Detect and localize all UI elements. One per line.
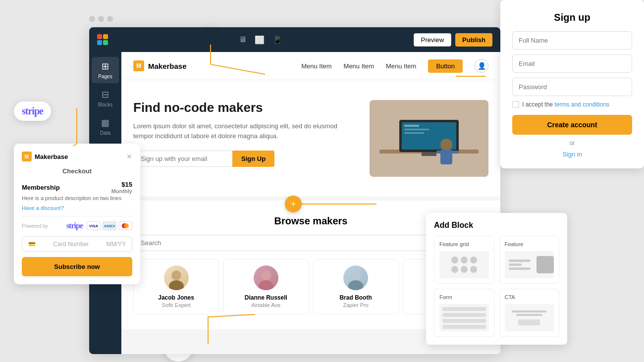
stripe-item-name: Membership	[22, 184, 60, 191]
block-label-cta: CTA	[505, 294, 554, 300]
svg-point-18	[259, 280, 273, 290]
subscribe-button[interactable]: Subscribe now	[22, 257, 132, 276]
sidebar-item-data[interactable]: ▦ Data	[92, 113, 119, 140]
block-preview-form	[439, 304, 489, 331]
block-label-feature: Feature	[505, 241, 554, 247]
stripe-close-button[interactable]: ✕	[126, 153, 132, 160]
maker-avatar-jacob	[164, 265, 189, 290]
hero-email-input[interactable]	[133, 151, 232, 167]
password-field[interactable]	[512, 78, 632, 96]
block-feature[interactable]: Feature	[499, 236, 560, 284]
block-grid: Feature grid Feature	[434, 236, 559, 337]
signin-link[interactable]: Sign in	[512, 151, 632, 158]
cta-line-1	[512, 310, 546, 312]
card-number-placeholder: Card Number	[53, 241, 89, 248]
stripe-divider	[22, 216, 132, 216]
stripe-discount-link[interactable]: Have a discount?	[22, 205, 132, 211]
sidebar-item-pages[interactable]: ⊞ Pages	[92, 57, 119, 83]
maker-card-dianne[interactable]: Dianne Russell Airtable Ace	[223, 259, 309, 314]
dot-5	[461, 266, 468, 273]
stripe-checkout-panel: M Makerbase ✕ Checkout Membership $15 Mo…	[14, 144, 140, 284]
stripe-brand: M Makerbase	[22, 152, 68, 161]
stripe-item-description: Here is a product description on two lin…	[22, 195, 132, 201]
builder-actions: Preview Publish	[414, 33, 492, 47]
line-2	[509, 263, 522, 266]
create-account-button[interactable]: Create account	[512, 115, 632, 135]
email-field[interactable]	[512, 54, 632, 73]
cta-line-2	[516, 314, 542, 316]
maker-role-dianne: Airtable Ace	[229, 302, 302, 308]
publish-button[interactable]: Publish	[455, 33, 492, 47]
hero-signup-form: Sign Up	[133, 151, 355, 167]
svg-point-24	[124, 223, 129, 228]
maker-name-brad: Brad Booth	[320, 294, 392, 301]
window-dot-1	[89, 16, 95, 22]
block-label-feature-grid: Feature grid	[439, 241, 489, 247]
maker-role-brad: Zapier Pro	[320, 302, 392, 308]
terms-row: I accept the terms and conditions	[512, 101, 632, 108]
sidebar-label-blocks: Blocks	[98, 102, 112, 107]
payment-icons: VISA AMEX	[87, 221, 132, 230]
block-feature-grid[interactable]: Feature grid	[434, 236, 494, 284]
dot-2	[461, 257, 468, 263]
maker-card-jacob[interactable]: Jacob Jones Softr Expert	[133, 259, 219, 314]
stripe-powered-row: Powered by stripe VISA AMEX	[22, 221, 132, 230]
form-line-2	[442, 313, 486, 317]
maker-name-jacob: Jacob Jones	[140, 294, 213, 301]
logo-sq-red	[97, 34, 102, 39]
block-form[interactable]: Form	[434, 289, 494, 337]
svg-rect-9	[404, 129, 429, 130]
dot-4	[451, 266, 458, 273]
signup-title: Sign up	[512, 12, 632, 23]
svg-rect-7	[422, 152, 436, 156]
blocks-icon: ⊟	[102, 89, 109, 100]
dots-grid	[451, 257, 477, 273]
amex-icon: AMEX	[103, 221, 116, 230]
block-cta[interactable]: CTA	[499, 289, 560, 337]
logo-sq-orange	[103, 34, 108, 39]
sidebar-item-blocks[interactable]: ⊟ Blocks	[92, 85, 119, 111]
nav-link-2[interactable]: Menu Item	[344, 62, 374, 70]
nav-user-icon[interactable]: 👤	[475, 59, 488, 73]
data-icon: ▦	[101, 117, 109, 128]
mobile-icon[interactable]: 📱	[272, 35, 282, 45]
svg-point-16	[169, 280, 184, 290]
mastercard-icon	[118, 221, 132, 230]
stripe-item-price: $15	[121, 181, 132, 188]
signup-or-label: or	[512, 140, 632, 147]
nav-link-1[interactable]: Menu Item	[301, 62, 331, 70]
tablet-icon[interactable]: ⬜	[255, 35, 265, 45]
person-desk-illustration	[370, 100, 488, 177]
form-line-4	[442, 325, 486, 329]
stripe-item-header: Membership $15 Monthly	[22, 181, 132, 194]
maker-role-jacob: Softr Expert	[140, 302, 213, 308]
svg-point-15	[171, 270, 181, 280]
terms-checkbox[interactable]	[512, 101, 519, 108]
desktop-icon[interactable]: 🖥	[239, 35, 247, 44]
maker-avatar-brad	[343, 265, 368, 290]
svg-rect-8	[404, 125, 419, 127]
visa-icon: VISA	[87, 221, 101, 230]
stripe-panel-header: M Makerbase ✕	[22, 152, 132, 161]
site-brand: M Makerbase	[133, 60, 187, 71]
terms-link[interactable]: terms and conditions	[554, 101, 609, 108]
svg-point-19	[351, 270, 361, 280]
hero-title: Find no-code makers	[133, 100, 355, 115]
hero-signup-button[interactable]: Sign Up	[232, 151, 274, 167]
block-img-placeholder	[537, 256, 554, 273]
dot-1	[451, 257, 458, 263]
svg-point-17	[261, 270, 271, 280]
nav-link-3[interactable]: Menu Item	[386, 62, 416, 70]
maker-card-brad[interactable]: Brad Booth Zapier Pro	[313, 259, 399, 314]
window-dot-3	[107, 16, 113, 22]
nav-button[interactable]: Button	[428, 59, 463, 73]
add-block-trigger[interactable]: +	[285, 196, 302, 212]
stripe-powered-label: Powered by	[22, 223, 48, 229]
stripe-integration-badge[interactable]: stripe	[14, 102, 51, 121]
stripe-logos: stripe VISA AMEX	[66, 221, 132, 230]
window-dot-2	[98, 16, 104, 22]
preview-button[interactable]: Preview	[414, 33, 451, 47]
full-name-field[interactable]	[512, 31, 632, 50]
site-nav-links: Menu Item Menu Item Menu Item Button 👤	[301, 59, 488, 73]
window-dots	[89, 16, 113, 22]
